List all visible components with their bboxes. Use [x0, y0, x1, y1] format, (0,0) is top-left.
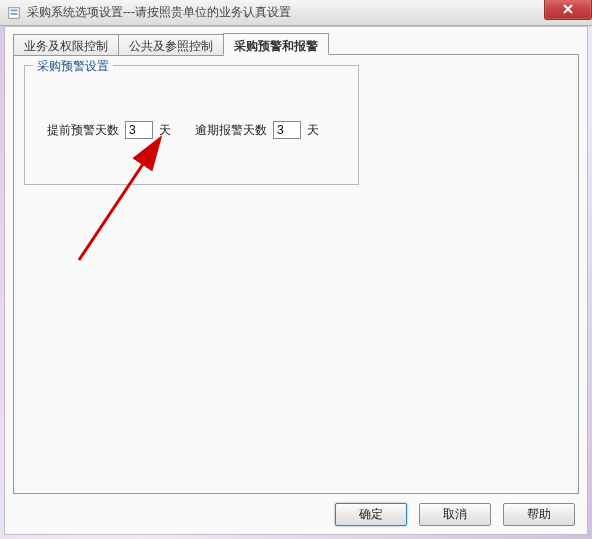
- tab-purchase-warning[interactable]: 采购预警和报警: [223, 33, 329, 55]
- cancel-button[interactable]: 取消: [419, 503, 491, 526]
- overdue-input[interactable]: [273, 121, 301, 139]
- help-button[interactable]: 帮助: [503, 503, 575, 526]
- overdue-unit: 天: [307, 122, 319, 139]
- tab-business-permission[interactable]: 业务及权限控制: [13, 34, 119, 56]
- close-button[interactable]: [544, 0, 592, 20]
- button-bar: 确定 取消 帮助: [335, 503, 575, 526]
- dialog-window: 采购系统选项设置---请按照贵单位的业务认真设置 业务及权限控制 公共及参照控制…: [0, 0, 592, 539]
- svg-rect-2: [11, 13, 18, 15]
- overdue-label: 逾期报警天数: [195, 122, 267, 139]
- pre-warn-unit: 天: [159, 122, 171, 139]
- pre-warn-label: 提前预警天数: [47, 122, 119, 139]
- tabstrip: 业务及权限控制 公共及参照控制 采购预警和报警: [13, 33, 328, 55]
- app-icon: [6, 5, 22, 21]
- window-title: 采购系统选项设置---请按照贵单位的业务认真设置: [27, 4, 291, 21]
- pre-warn-input[interactable]: [125, 121, 153, 139]
- groupbox-warning-settings: 采购预警设置 提前预警天数 天 逾期报警天数 天: [24, 65, 359, 185]
- svg-rect-1: [11, 9, 18, 11]
- groupbox-legend: 采购预警设置: [33, 58, 113, 75]
- tab-panel: 采购预警设置 提前预警天数 天 逾期报警天数 天: [13, 54, 579, 494]
- tab-public-reference[interactable]: 公共及参照控制: [118, 34, 224, 56]
- client-area: 业务及权限控制 公共及参照控制 采购预警和报警 采购预警设置 提前预警天数 天 …: [4, 26, 588, 535]
- titlebar: 采购系统选项设置---请按照贵单位的业务认真设置: [0, 0, 592, 26]
- ok-button[interactable]: 确定: [335, 503, 407, 526]
- form-row: 提前预警天数 天 逾期报警天数 天: [47, 121, 337, 139]
